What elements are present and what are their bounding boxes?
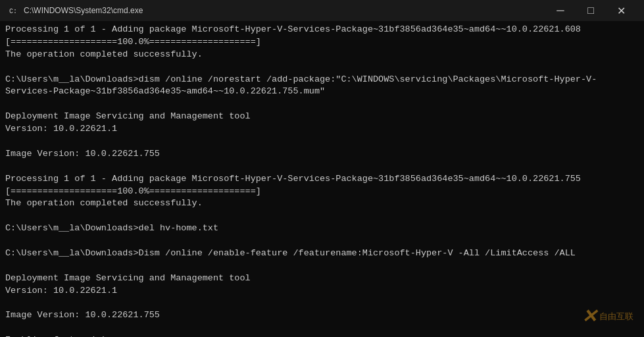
window-controls: ─ □ ✕: [545, 0, 636, 21]
watermark: ✕ 自由互联: [582, 303, 633, 329]
svg-text:C:: C:: [9, 8, 17, 15]
watermark-text: 自由互联: [599, 311, 633, 322]
title-bar: C: C:\WINDOWS\System32\cmd.exe ─ □ ✕: [0, 0, 644, 21]
cmd-icon: C:: [8, 5, 18, 16]
close-button[interactable]: ✕: [606, 0, 636, 21]
console-output: Processing 1 of 1 - Adding package Micro…: [0, 21, 644, 337]
window-title: C:\WINDOWS\System32\cmd.exe: [24, 6, 545, 15]
maximize-button[interactable]: □: [576, 0, 606, 21]
minimize-button[interactable]: ─: [545, 0, 576, 21]
watermark-x-symbol: ✕: [582, 303, 597, 329]
